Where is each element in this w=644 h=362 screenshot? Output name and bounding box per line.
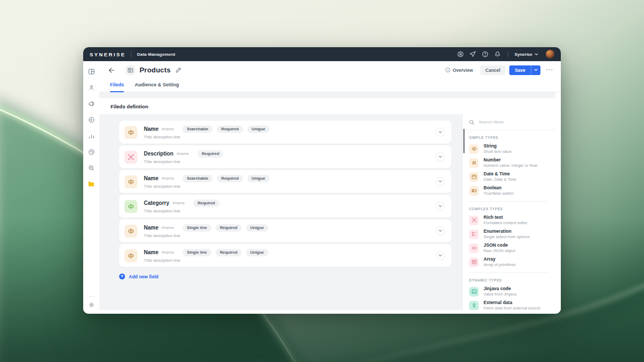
type-section-label: COMPLEX TYPES	[469, 207, 549, 211]
type-desc: Single select from options	[484, 235, 530, 240]
save-button[interactable]: Save	[509, 65, 540, 75]
field-type-icon	[125, 249, 137, 262]
type-text: Rich text Formatted content editor	[484, 215, 528, 225]
search-input[interactable]	[479, 120, 549, 124]
type-sidebar: SIMPLE TYPES String Short text value Num…	[462, 114, 555, 310]
field-card[interactable]: Name #name SearchableRequiredUnigue This…	[119, 121, 451, 144]
field-card[interactable]: Name #name Single lineRequiredUnigue Thi…	[119, 219, 451, 242]
topbar-divider	[131, 51, 131, 57]
avatar[interactable]	[546, 50, 554, 58]
help-icon[interactable]	[482, 51, 489, 58]
field-text: Name #name Single lineRequiredUnigue Thi…	[144, 249, 268, 263]
type-desc: Fetch data from external source	[484, 306, 540, 310]
back-arrow-icon[interactable]	[108, 67, 115, 74]
overview-label: Overview	[452, 68, 473, 73]
search-plus-icon[interactable]	[87, 164, 95, 172]
type-desc: Value from Jinjava	[484, 292, 516, 297]
refresh-circle-icon[interactable]	[87, 148, 95, 156]
type-item[interactable]: Array Array of primitives	[469, 256, 549, 268]
add-new-field-button[interactable]: + Add new field	[119, 274, 451, 279]
type-desc: Short text value	[484, 150, 511, 154]
type-item[interactable]: Number Numeric value: integer or float	[469, 157, 549, 168]
type-title: Jinjava code	[484, 286, 516, 292]
edit-title-icon[interactable]	[175, 67, 181, 73]
field-tag: #name	[177, 151, 189, 156]
save-dropdown-caret[interactable]	[531, 65, 540, 75]
workspace-name: Synerise	[515, 52, 532, 57]
type-item[interactable]: Boolean True/false switch	[469, 185, 549, 196]
cancel-button[interactable]: Cancel	[480, 65, 505, 75]
field-badges: Single lineRequiredUnigue	[182, 224, 268, 232]
type-desc: Numeric value: integer or float	[484, 164, 537, 168]
tab-fields[interactable]: Fileds	[105, 79, 129, 92]
save-label[interactable]: Save	[509, 65, 531, 75]
field-expand-button[interactable]	[436, 177, 445, 186]
field-type-icon	[125, 175, 137, 188]
field-expand-button[interactable]	[436, 152, 445, 161]
field-card[interactable]: Name #name Single lineRequiredUnigue Thi…	[119, 244, 451, 267]
gear-icon[interactable]	[87, 301, 95, 308]
grid-icon[interactable]	[87, 68, 95, 75]
field-badge: Searchable	[182, 175, 213, 182]
type-item[interactable]: String Short text value	[469, 143, 549, 154]
more-menu-button[interactable]: ···	[546, 67, 553, 73]
megaphone-icon[interactable]	[87, 100, 95, 107]
scrollbar-thumb[interactable]	[463, 129, 465, 153]
synerise-logo: SYNERISE	[90, 51, 126, 57]
field-badges: Required	[197, 150, 224, 158]
play-circle-icon[interactable]	[87, 116, 95, 123]
type-item[interactable]: Jinjava code Value from Jinjava	[469, 286, 549, 297]
send-icon[interactable]	[470, 51, 477, 58]
field-text: Name #name SearchableRequiredUnigue This…	[144, 175, 269, 189]
field-description: This desciption line	[144, 184, 269, 189]
type-search	[463, 114, 555, 130]
notifications-icon[interactable]	[494, 51, 501, 58]
type-item[interactable]: External data Fetch data from external s…	[469, 300, 549, 310]
type-section-label: DYNAMIC TYPES	[469, 278, 549, 282]
field-tag: #name	[162, 176, 174, 181]
field-card[interactable]: Description #name Required This descipti…	[119, 145, 451, 168]
field-card[interactable]: Name #name SearchableRequiredUnigue This…	[119, 170, 451, 193]
type-item[interactable]: Date & Time Date, Date & Time	[469, 171, 549, 182]
user-badge-icon[interactable]	[457, 51, 464, 58]
field-description: This desciption line	[144, 209, 219, 213]
type-title: Array	[484, 257, 516, 262]
field-expand-button[interactable]	[436, 128, 445, 137]
bar-chart-icon[interactable]	[87, 132, 95, 139]
field-expand-button[interactable]	[436, 202, 445, 211]
field-badge: Unigue	[246, 224, 268, 232]
overview-button[interactable]: i Overview	[445, 68, 473, 73]
tab-bar: Fileds Audience & Setting	[99, 79, 561, 92]
field-badge: Single line	[182, 249, 211, 256]
page-title: Products	[140, 66, 171, 74]
section-title: Fileds defintion	[99, 98, 555, 114]
content-area: Fileds defintion Name #name SearchableRe…	[99, 92, 561, 314]
field-tag: #name	[162, 225, 174, 230]
field-expand-button[interactable]	[436, 226, 445, 235]
field-badge: Unigue	[246, 249, 268, 256]
field-type-icon	[125, 225, 137, 238]
page-header: Products i Overview Cancel Save	[99, 61, 561, 79]
type-text: JSON code Raw JSON object	[484, 243, 515, 253]
type-section-label: SIMPLE TYPES	[469, 136, 549, 139]
tab-audience-setting[interactable]: Audience & Setting	[129, 79, 185, 92]
folder-icon[interactable]	[87, 180, 95, 188]
type-item[interactable]: JSON code Raw JSON object	[469, 242, 549, 254]
user-icon[interactable]	[87, 84, 95, 91]
left-rail	[83, 61, 99, 314]
type-icon	[469, 158, 479, 168]
field-card[interactable]: Categorry #name Required This desciption…	[119, 195, 451, 218]
field-expand-button[interactable]	[436, 251, 445, 260]
field-description: This desciption line	[144, 258, 268, 263]
workspace-switcher[interactable]: Synerise	[515, 52, 538, 57]
field-badges: Required	[193, 200, 219, 207]
field-badge: Required	[217, 125, 243, 133]
type-icon	[469, 230, 479, 239]
type-section: SIMPLE TYPES String Short text value Num…	[469, 136, 549, 196]
field-badge: Unigue	[247, 175, 269, 182]
field-badge: Required	[197, 150, 224, 158]
type-item[interactable]: Enumeration Single select from options	[469, 228, 549, 240]
type-icon	[469, 287, 479, 297]
type-item[interactable]: Rich text Formatted content editor	[469, 215, 549, 226]
type-desc: Array of primitives	[484, 263, 516, 268]
